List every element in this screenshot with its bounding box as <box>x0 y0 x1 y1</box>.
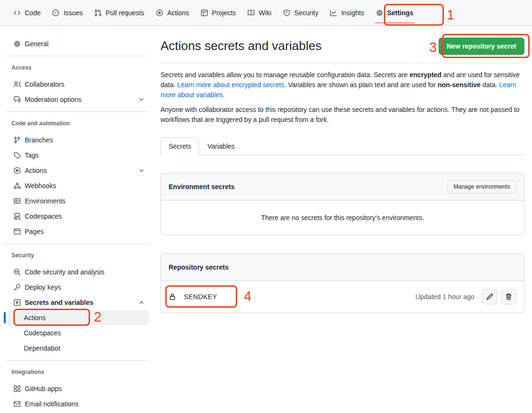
annotation-number-1: 1 <box>447 8 454 22</box>
sidebar-item-label: Actions <box>25 167 134 174</box>
tab-security-label: Security <box>294 10 319 16</box>
repository-secrets-header: Repository secrets <box>161 254 524 281</box>
sidebar-section-integrations: Integrations <box>8 367 149 377</box>
browser-icon <box>13 228 21 235</box>
sidebar-item-label: Code security and analysis <box>25 269 145 275</box>
pencil-icon <box>486 293 493 301</box>
sidebar-item-label: Moderation options <box>25 96 134 103</box>
sidebar-item-label: Codespaces <box>25 213 145 220</box>
sidebar-item-label: Branches <box>25 137 145 143</box>
codespaces-icon <box>13 212 21 220</box>
non-sensitive-bold-text: non-sensitive <box>438 81 481 89</box>
sidebar-item-label: Environments <box>25 198 145 204</box>
settings-sidebar: General Access Collaborators Moderation … <box>0 26 153 412</box>
learn-more-encrypted-secrets-link[interactable]: Learn more about encrypted secrets <box>177 81 284 89</box>
code-scan-icon <box>13 268 21 276</box>
play-icon <box>156 9 163 17</box>
sidebar-divider <box>4 56 149 56</box>
sidebar-item-general[interactable]: General <box>8 36 149 51</box>
sidebar-item-label: Pages <box>25 228 145 235</box>
key-icon <box>13 283 21 291</box>
tab-insights-label: Insights <box>341 10 364 16</box>
tab-insights[interactable]: Insights <box>324 0 370 25</box>
sidebar-item-deploy-keys[interactable]: Deploy keys <box>8 280 149 295</box>
sidebar-item-codespaces[interactable]: Codespaces <box>8 209 149 224</box>
annotation-number-4: 4 <box>244 290 251 303</box>
apps-icon <box>13 385 21 393</box>
annotation-box-sidebar-actions <box>13 309 90 326</box>
tab-code-label: Code <box>25 10 40 16</box>
git-pull-request-icon <box>94 9 102 17</box>
people-icon <box>13 81 21 88</box>
environment-secrets-empty-state: There are no secrets for this repository… <box>161 201 524 235</box>
tab-projects-label: Projects <box>212 10 236 16</box>
sidebar-divider <box>4 243 149 244</box>
play-icon <box>13 167 21 174</box>
manage-environments-button[interactable]: Manage environments <box>447 180 516 193</box>
sidebar-divider <box>4 360 149 361</box>
annotation-box-sendkey <box>165 285 237 308</box>
sidebar-item-email-notifications[interactable]: Email notifications <box>8 396 149 412</box>
sidebar-item-label: GitHub apps <box>25 385 145 392</box>
graph-icon <box>330 9 337 17</box>
tab-variables[interactable]: Variables <box>199 137 242 155</box>
tab-issues[interactable]: Issues <box>46 0 88 25</box>
tab-security[interactable]: Security <box>277 0 324 25</box>
annotation-number-2: 2 <box>94 310 101 324</box>
tab-actions[interactable]: Actions <box>150 0 195 25</box>
sidebar-item-label: Webhooks <box>25 182 145 189</box>
sidebar-section-security: Security <box>8 251 149 260</box>
comment-discussion-icon <box>13 96 21 103</box>
chevron-down-icon <box>138 96 145 103</box>
tab-code[interactable]: Code <box>8 0 46 25</box>
chevron-down-icon <box>138 167 145 174</box>
sidebar-item-secrets-dependabot[interactable]: Dependabot <box>8 341 149 356</box>
sidebar-item-github-apps[interactable]: GitHub apps <box>8 381 149 396</box>
sidebar-item-webhooks[interactable]: Webhooks <box>8 178 149 193</box>
table-icon <box>201 9 208 17</box>
webhook-icon <box>13 182 21 190</box>
encrypted-bold-text: encrypted <box>410 71 442 79</box>
tab-actions-label: Actions <box>167 10 189 16</box>
description-text: Secrets and variables allow you to manag… <box>161 71 410 79</box>
sidebar-item-actions[interactable]: Actions <box>8 163 149 178</box>
description-text: . <box>223 91 225 99</box>
tag-icon <box>13 151 21 159</box>
sidebar-item-code-security[interactable]: Code security and analysis <box>8 264 149 280</box>
collaborator-access-paragraph: Anyone with collaborator access to this … <box>161 105 524 125</box>
sidebar-item-label: Tags <box>25 152 145 159</box>
sidebar-item-collaborators[interactable]: Collaborators <box>8 77 149 92</box>
repository-secrets-title: Repository secrets <box>169 263 229 271</box>
tab-pull-requests-label: Pull requests <box>106 10 144 16</box>
tab-issues-label: Issues <box>63 10 82 16</box>
server-icon <box>13 197 21 205</box>
annotation-box-new-secret-button <box>442 34 530 58</box>
tab-projects[interactable]: Projects <box>195 0 242 25</box>
environment-secrets-title: Environment secrets <box>169 183 235 191</box>
annotation-box-settings <box>384 4 444 26</box>
sidebar-item-environments[interactable]: Environments <box>8 193 149 209</box>
sidebar-item-pages[interactable]: Pages <box>8 224 149 239</box>
sidebar-item-secrets-codespaces[interactable]: Codespaces <box>8 325 149 341</box>
key-asterisk-icon <box>13 299 21 306</box>
tab-pull-requests[interactable]: Pull requests <box>89 0 150 25</box>
sidebar-item-label: General <box>25 40 145 47</box>
sidebar-section-access: Access <box>8 63 149 72</box>
tab-secrets[interactable]: Secrets <box>161 137 199 155</box>
edit-secret-button[interactable] <box>482 289 497 304</box>
environment-secrets-header: Environment secrets Manage environments <box>161 173 524 201</box>
sidebar-item-secrets-and-variables[interactable]: Secrets and variables <box>8 295 149 310</box>
delete-secret-button[interactable] <box>501 289 516 304</box>
git-branch-icon <box>13 136 21 144</box>
sidebar-item-moderation-options[interactable]: Moderation options <box>8 92 149 107</box>
main-content: Actions secrets and variables New reposi… <box>161 26 524 313</box>
chevron-up-icon <box>138 299 145 306</box>
sidebar-item-label: Collaborators <box>25 81 145 88</box>
sidebar-item-branches[interactable]: Branches <box>8 132 149 148</box>
sidebar-section-code-automation: Code and automation <box>8 119 149 128</box>
sidebar-item-label: Dependabot <box>24 345 145 352</box>
sidebar-item-tags[interactable]: Tags <box>8 148 149 163</box>
description-paragraph: Secrets and variables allow you to manag… <box>161 70 524 100</box>
sidebar-item-label: Secrets and variables <box>25 299 134 306</box>
tab-wiki[interactable]: Wiki <box>241 0 277 25</box>
